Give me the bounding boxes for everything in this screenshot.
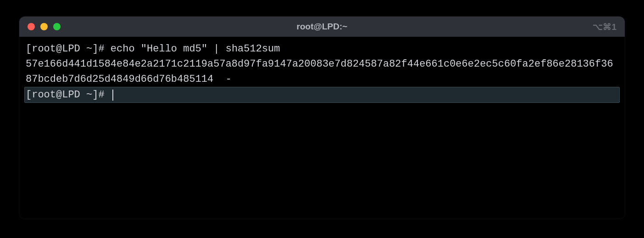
shell-command: echo "Hello md5" | sha512sum — [111, 41, 280, 57]
shell-prompt: [root@LPD ~]# — [26, 41, 111, 57]
title-bar: root@LPD:~ ⌥⌘1 — [19, 17, 625, 37]
shell-prompt: [root@LPD ~]# — [26, 87, 111, 102]
minimize-button[interactable] — [40, 23, 48, 30]
terminal-output: 57e166d441d1584e84e2a2171c2119a57a8d97fa… — [26, 57, 618, 87]
traffic-lights — [28, 23, 61, 30]
shortcut-indicator: ⌥⌘1 — [593, 22, 616, 32]
terminal-window: root@LPD:~ ⌥⌘1 [root@LPD ~]# echo "Hello… — [19, 17, 625, 219]
window-title: root@LPD:~ — [297, 22, 348, 32]
terminal-body[interactable]: [root@LPD ~]# echo "Hello md5" | sha512s… — [19, 37, 625, 219]
close-button[interactable] — [28, 23, 35, 30]
cursor-icon — [112, 90, 113, 101]
maximize-button[interactable] — [53, 23, 61, 30]
active-prompt-line[interactable]: [root@LPD ~]# — [24, 87, 620, 103]
terminal-line: [root@LPD ~]# echo "Hello md5" | sha512s… — [26, 41, 618, 57]
